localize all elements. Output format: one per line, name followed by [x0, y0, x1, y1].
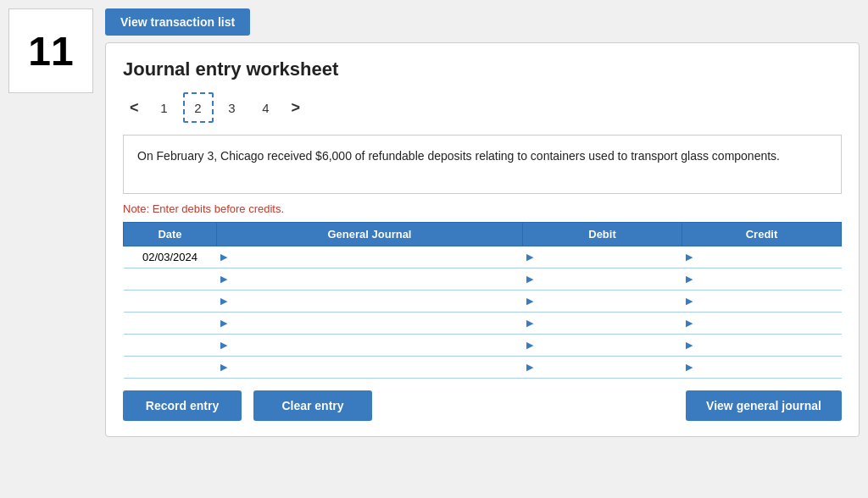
page-2[interactable]: 2 [183, 92, 214, 123]
date-cell-2 [124, 268, 217, 290]
credit-arrow-4: ▶ [682, 318, 693, 329]
header-journal: General Journal [217, 223, 523, 246]
worksheet-panel: Journal entry worksheet < 1 2 3 4 > On F… [105, 42, 860, 437]
view-general-journal-button[interactable]: View general journal [686, 390, 842, 421]
header-date: Date [124, 223, 217, 246]
date-cell-4 [124, 313, 217, 335]
debit-cell-6: ▶ [523, 357, 682, 379]
table-row: ▶ ▶ ▶ [124, 290, 842, 313]
page-1[interactable]: 1 [149, 92, 180, 123]
journal-table: Date General Journal Debit Credit 02/03/… [123, 222, 842, 379]
credit-arrow-5: ▶ [682, 340, 693, 351]
credit-cell-1: ▶ [682, 246, 842, 268]
credit-cell-5: ▶ [682, 335, 842, 357]
journal-input-2[interactable] [227, 269, 523, 290]
journal-input-1[interactable] [227, 247, 523, 268]
table-row: 02/03/2024 ▶ ▶ [124, 246, 842, 268]
debit-input-5[interactable] [533, 335, 682, 356]
credit-input-6[interactable] [693, 357, 842, 378]
header-debit: Debit [523, 223, 682, 246]
credit-arrow-1: ▶ [682, 252, 693, 263]
date-cell-1: 02/03/2024 [124, 246, 217, 268]
pagination: < 1 2 3 4 > [123, 92, 842, 123]
debit-input-4[interactable] [533, 313, 682, 334]
journal-input-4[interactable] [227, 313, 523, 334]
debit-arrow-4: ▶ [523, 318, 533, 329]
arrow-icon-1: ▶ [217, 252, 227, 263]
debit-input-6[interactable] [533, 357, 682, 378]
debit-cell-3: ▶ [523, 290, 682, 313]
debit-arrow-5: ▶ [523, 340, 533, 351]
credit-input-5[interactable] [693, 335, 842, 356]
buttons-row: Record entry Clear entry View general jo… [123, 390, 842, 421]
record-entry-button[interactable]: Record entry [123, 390, 242, 421]
debit-arrow-3: ▶ [523, 296, 533, 307]
date-cell-6 [124, 357, 217, 379]
debit-arrow-1: ▶ [523, 252, 533, 263]
date-cell-5 [124, 335, 217, 357]
table-row: ▶ ▶ ▶ [124, 357, 842, 379]
credit-input-3[interactable] [693, 291, 842, 312]
credit-input-2[interactable] [693, 269, 842, 290]
next-page-button[interactable]: > [285, 96, 308, 120]
problem-number: 11 [8, 8, 93, 93]
arrow-icon-5: ▶ [217, 340, 227, 351]
credit-input-4[interactable] [693, 313, 842, 334]
credit-cell-3: ▶ [682, 290, 842, 313]
description-text: On February 3, Chicago received $6,000 o… [137, 149, 780, 163]
journal-cell-4: ▶ [217, 313, 523, 335]
credit-cell-4: ▶ [682, 313, 842, 335]
table-row: ▶ ▶ ▶ [124, 313, 842, 335]
note-text: Note: Enter debits before credits. [123, 202, 842, 215]
view-transaction-button[interactable]: View transaction list [105, 8, 250, 36]
arrow-icon-3: ▶ [217, 296, 227, 307]
arrow-icon-4: ▶ [217, 318, 227, 329]
debit-arrow-6: ▶ [523, 362, 533, 373]
journal-cell-6: ▶ [217, 357, 523, 379]
journal-cell-1: ▶ [217, 246, 523, 268]
journal-cell-2: ▶ [217, 268, 523, 290]
page-3[interactable]: 3 [217, 92, 248, 123]
debit-input-2[interactable] [533, 269, 682, 290]
journal-cell-5: ▶ [217, 335, 523, 357]
journal-input-6[interactable] [227, 357, 523, 378]
debit-cell-2: ▶ [523, 268, 682, 290]
arrow-icon-2: ▶ [217, 274, 227, 285]
page-4[interactable]: 4 [251, 92, 281, 123]
table-row: ▶ ▶ ▶ [124, 268, 842, 290]
debit-input-1[interactable] [533, 247, 682, 268]
debit-arrow-2: ▶ [523, 274, 533, 285]
debit-cell-4: ▶ [523, 313, 682, 335]
journal-input-5[interactable] [227, 335, 523, 356]
header-credit: Credit [682, 223, 842, 246]
journal-cell-3: ▶ [217, 290, 523, 313]
credit-arrow-3: ▶ [682, 296, 693, 307]
credit-arrow-2: ▶ [682, 274, 693, 285]
credit-arrow-6: ▶ [682, 362, 693, 373]
credit-cell-2: ▶ [682, 268, 842, 290]
table-row: ▶ ▶ ▶ [124, 335, 842, 357]
description-box: On February 3, Chicago received $6,000 o… [123, 135, 842, 194]
credit-input-1[interactable] [693, 247, 842, 268]
date-cell-3 [124, 290, 217, 313]
debit-input-3[interactable] [533, 291, 682, 312]
worksheet-title: Journal entry worksheet [123, 58, 842, 80]
prev-page-button[interactable]: < [123, 96, 146, 120]
arrow-icon-6: ▶ [217, 362, 227, 373]
debit-cell-1: ▶ [523, 246, 682, 268]
main-content: View transaction list Journal entry work… [105, 8, 860, 437]
clear-entry-button[interactable]: Clear entry [253, 390, 372, 421]
credit-cell-6: ▶ [682, 357, 842, 379]
debit-cell-5: ▶ [523, 335, 682, 357]
journal-input-3[interactable] [227, 291, 523, 312]
